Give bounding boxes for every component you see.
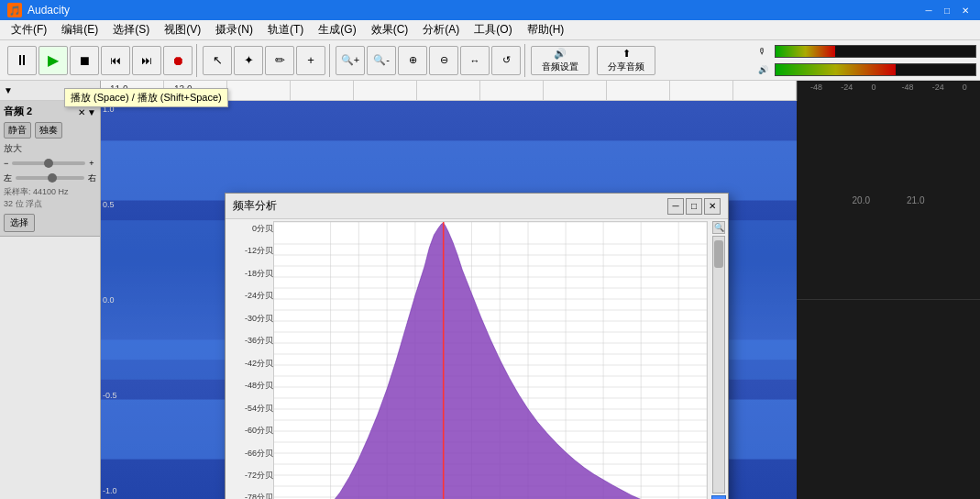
dialog-minimize[interactable]: ─ bbox=[667, 198, 684, 215]
y-label-36: -36分贝 bbox=[229, 335, 273, 347]
vu-placeholder2: 21.0 bbox=[907, 195, 924, 205]
gain-plus-icon: + bbox=[89, 159, 94, 168]
vu-play-meter bbox=[775, 63, 976, 76]
track-sample-rate: 采样率: 44100 Hz bbox=[4, 186, 96, 198]
vu-label-48r: -48 bbox=[902, 83, 914, 92]
audio-setup-icon: 🔊 bbox=[554, 48, 567, 60]
menu-bar: 文件(F) 编辑(E) 选择(S) 视图(V) 摄录(N) 轨道(T) 生成(G… bbox=[0, 20, 980, 40]
gain-minus-icon: − bbox=[4, 159, 8, 168]
y-label-66: -66分贝 bbox=[229, 448, 273, 460]
record-button[interactable]: ⏺ bbox=[163, 46, 193, 75]
track-select-button[interactable]: 选择 bbox=[4, 214, 35, 232]
y-label-42: -42分贝 bbox=[229, 358, 273, 370]
draw-tool-button[interactable]: ✏ bbox=[265, 46, 294, 75]
y-label-72: -72分贝 bbox=[229, 470, 273, 482]
solo-button[interactable]: 独奏 bbox=[35, 122, 62, 139]
gain-label: 放大 bbox=[4, 142, 96, 155]
play-button[interactable]: ▶ 播放 (Space) / 播放 (Shift+Space) bbox=[39, 46, 68, 75]
select-tool-button[interactable]: ↖ bbox=[203, 46, 232, 75]
dialog-maximize[interactable]: □ bbox=[686, 198, 702, 215]
menu-select[interactable]: 选择(S) bbox=[105, 20, 157, 39]
menu-file[interactable]: 文件(F) bbox=[4, 20, 54, 39]
menu-effect[interactable]: 效果(C) bbox=[364, 20, 416, 39]
menu-track[interactable]: 轨道(T) bbox=[260, 20, 311, 39]
track-collapse-icon[interactable]: ▼ bbox=[87, 107, 96, 117]
main-area: 音频 2 ✕ ▼ 静音 独奏 放大 − + 左 右 采样率: 4410 bbox=[0, 101, 980, 499]
zoom-width-button[interactable]: ↔ bbox=[460, 46, 490, 75]
app-icon: 🎵 bbox=[7, 3, 22, 17]
vu-label-0l: 0 bbox=[871, 83, 875, 92]
chart-y-axis: 0分贝 -12分贝 -18分贝 -24分贝 -30分贝 -36分贝 -42分贝 … bbox=[226, 219, 273, 499]
vu-label-24l: -24 bbox=[841, 83, 853, 92]
menu-view[interactable]: 视图(V) bbox=[157, 20, 208, 39]
edit-tools: ↖ ✦ ✏ + bbox=[199, 44, 330, 77]
stop-button[interactable]: ⏹ bbox=[70, 46, 99, 75]
track-arrows: ✕ ▼ bbox=[78, 107, 96, 117]
freq-chart-svg bbox=[274, 222, 707, 499]
app-title: Audacity bbox=[28, 4, 70, 17]
audio-setup-button[interactable]: 🔊 音频设置 bbox=[531, 46, 589, 75]
chart-scrollbar[interactable] bbox=[712, 236, 725, 493]
share-audio-button[interactable]: ⬆ 分享音频 bbox=[597, 46, 655, 75]
main-toolbar: ⏸ ▶ 播放 (Space) / 播放 (Shift+Space) ⏹ ⏮ ⏭ … bbox=[0, 40, 980, 81]
track-bit-depth: 32 位 浮点 bbox=[4, 198, 96, 210]
skip-back-button[interactable]: ⏮ bbox=[101, 46, 130, 75]
gain-slider[interactable] bbox=[12, 161, 85, 165]
pan-slider[interactable] bbox=[16, 176, 84, 180]
minimize-button[interactable]: ─ bbox=[921, 3, 936, 17]
vu-meters-panel: 20.0 21.0 bbox=[797, 101, 980, 499]
menu-generate[interactable]: 生成(G) bbox=[311, 20, 363, 39]
zoom-in-icon[interactable]: 🔍 bbox=[712, 221, 725, 234]
track-expand-icon[interactable]: ✕ bbox=[78, 107, 85, 117]
dialog-window-controls: ─ □ ✕ bbox=[667, 198, 721, 215]
vu-label-48l: -48 bbox=[810, 83, 822, 92]
svg-rect-2 bbox=[101, 140, 797, 200]
vu-play-level bbox=[776, 64, 896, 75]
zoom-in-button[interactable]: 🔍+ bbox=[336, 46, 365, 75]
vu-placeholder: 20.0 bbox=[853, 195, 870, 205]
track-mute-solo: 静音 独奏 bbox=[4, 122, 96, 139]
dialog-close[interactable]: ✕ bbox=[704, 198, 721, 215]
pan-left-label: 左 bbox=[4, 172, 12, 184]
gain-row: − + bbox=[4, 157, 96, 170]
dialog-title: 频率分析 bbox=[233, 198, 277, 214]
menu-record[interactable]: 摄录(N) bbox=[208, 20, 260, 39]
track-panel: 音频 2 ✕ ▼ 静音 独奏 放大 − + 左 右 采样率: 4410 bbox=[0, 101, 101, 499]
spectrum-fill bbox=[274, 223, 707, 499]
vu-bottom bbox=[797, 300, 980, 499]
vu-ruler-space: -48 -24 0 -48 -24 0 bbox=[797, 81, 980, 101]
zoom-fit-button[interactable]: ⊕ bbox=[398, 46, 427, 75]
zoom-out-button[interactable]: 🔍- bbox=[367, 46, 396, 75]
envelope-tool-button[interactable]: ✦ bbox=[234, 46, 263, 75]
close-button[interactable]: ✕ bbox=[958, 3, 973, 17]
menu-tools[interactable]: 工具(O) bbox=[467, 20, 519, 39]
pan-right-label: 右 bbox=[88, 172, 96, 184]
undo-zoom-button[interactable]: ↺ bbox=[491, 46, 521, 75]
y-label-12: -12分贝 bbox=[229, 245, 273, 257]
title-bar: 🎵 Audacity ─ □ ✕ bbox=[0, 0, 980, 20]
mute-button[interactable]: 静音 bbox=[4, 122, 31, 139]
maximize-button[interactable]: □ bbox=[940, 3, 954, 17]
vu-toolbar-area: 🎙 -48 -24 0 🔊 bbox=[758, 43, 976, 78]
vu-ruler-labels: -48 -24 0 -48 -24 0 bbox=[798, 81, 980, 94]
scroll-thumb bbox=[714, 240, 723, 268]
menu-analyze[interactable]: 分析(A) bbox=[415, 20, 467, 39]
vu-record-level bbox=[776, 46, 835, 57]
skip-fwd-button[interactable]: ⏭ bbox=[132, 46, 161, 75]
freq-chart-area[interactable]: 100Hz 200Hz 400Hz 1000Hz 3000Hz 7000Hz bbox=[273, 221, 708, 499]
chart-wrapper: 0分贝 -12分贝 -18分贝 -24分贝 -30分贝 -36分贝 -42分贝 … bbox=[226, 219, 728, 499]
y-label-48: -48分贝 bbox=[229, 380, 273, 392]
y-label-0: 0分贝 bbox=[229, 223, 273, 235]
y-label-78: -78分贝 bbox=[229, 492, 273, 499]
menu-edit[interactable]: 编辑(E) bbox=[54, 20, 105, 39]
track-header: 音频 2 ✕ ▼ 静音 独奏 放大 − + 左 右 采样率: 4410 bbox=[0, 101, 100, 237]
zoom-reset-button[interactable]: ⊖ bbox=[429, 46, 458, 75]
menu-help[interactable]: 帮助(H) bbox=[520, 20, 572, 39]
mic-icon: 🎙 bbox=[758, 47, 771, 56]
ruler-arrow: ▼ bbox=[4, 85, 13, 95]
audio-controls: 🔊 音频设置 ⬆ 分享音频 bbox=[527, 44, 659, 77]
y-label-24: -24分贝 bbox=[229, 290, 273, 302]
y-label-60: -60分贝 bbox=[229, 425, 273, 437]
pause-button[interactable]: ⏸ bbox=[7, 46, 37, 75]
multi-tool-button[interactable]: + bbox=[296, 46, 325, 75]
